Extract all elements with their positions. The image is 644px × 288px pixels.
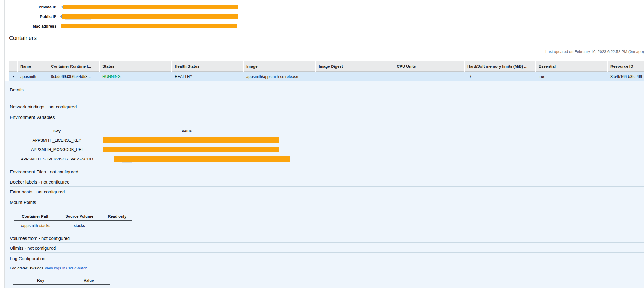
section-divider	[10, 95, 644, 95]
log-driver-line: Log driver: awslogs View logs in CloudWa…	[10, 266, 87, 270]
section-heading-ulimits: Ulimits - not configured	[10, 245, 56, 251]
chevron-down-icon: ▾	[13, 75, 14, 78]
env-var-value-redaction-bar	[114, 156, 290, 162]
log-options-key-header: Key	[13, 278, 68, 283]
ecs-task-details-page: Private IP 1 Public IP 4 Mac address Con…	[0, 0, 644, 288]
column-header-image: Image	[244, 61, 315, 72]
private-ip-redaction-bar	[63, 5, 238, 9]
expander-column-header	[9, 61, 17, 72]
containers-heading: Containers	[9, 35, 37, 41]
section-divider	[10, 207, 644, 207]
redaction-artifact	[122, 162, 132, 163]
section-divider	[10, 176, 644, 176]
clipped-row-artifact	[31, 287, 34, 287]
column-header-name: Name	[18, 61, 48, 72]
column-header-image-digest: Image Digest	[316, 61, 394, 72]
section-divider	[10, 112, 644, 112]
column-header-health-status: Health Status	[172, 61, 243, 72]
section-divider	[10, 252, 644, 253]
public-ip-label: Public IP	[0, 14, 56, 19]
section-divider	[10, 122, 644, 122]
cell-memory-limits: --/--	[465, 72, 536, 81]
mount-container-path-header: Container Path	[14, 214, 57, 219]
section-heading-environment-files: Environment Files - not configured	[10, 169, 78, 174]
column-header-cpu-units: CPU Units	[394, 61, 464, 72]
cell-image-digest	[316, 72, 394, 81]
section-heading-details: Details	[10, 87, 24, 92]
column-header-memory-limits: Hard/Soft memory limits (MiB) ...	[465, 61, 535, 72]
section-heading-docker-labels: Docker labels - not configured	[10, 179, 69, 184]
container-table-row[interactable]: ▾ appsmith 0cbdd69d3b6a44d58... RUNNING …	[9, 72, 644, 81]
env-vars-header-underline	[14, 135, 274, 135]
env-vars-key-header: Key	[14, 129, 100, 133]
mount-container-path-value: /appsmith-stacks	[14, 223, 57, 228]
section-divider	[10, 186, 644, 187]
mount-source-volume-value: stacks	[57, 223, 102, 228]
cell-runtime-id: 0cbdd69d3b6a44d58...	[48, 72, 100, 81]
clipped-row-artifact	[71, 287, 86, 287]
section-divider	[10, 196, 644, 196]
section-heading-volumes-from: Volumes from - not configured	[10, 236, 70, 241]
redaction-artifact	[65, 19, 91, 20]
mac-address-label: Mac address	[0, 24, 56, 28]
section-heading-extra-hosts: Extra hosts - not configured	[10, 189, 65, 194]
log-options-value-header: Value	[68, 278, 110, 283]
mac-address-redaction-bar	[61, 24, 237, 28]
section-heading-mount-points: Mount Points	[10, 200, 36, 205]
section-divider	[10, 242, 644, 243]
clipped-row-artifact	[95, 287, 97, 287]
column-header-essential: Essential	[536, 61, 607, 72]
containers-table-header: Name Container Runtime I... Status Healt…	[9, 61, 644, 72]
clipped-row-artifact	[89, 287, 93, 287]
section-heading-log-configuration: Log Configuration	[10, 256, 45, 261]
section-heading-network-bindings: Network bindings - not configured	[10, 104, 77, 109]
column-header-status: Status	[100, 61, 171, 72]
cell-essential: true	[536, 72, 608, 81]
collapse-row-button[interactable]: ▾	[9, 72, 18, 81]
section-divider	[10, 263, 644, 263]
cell-resource-id: 3fb4b166-b3fc-4f9	[608, 72, 644, 81]
mount-read-only-header: Read only	[102, 214, 132, 219]
env-var-key: APPSMITH_SUPERVISOR_PASSWORD	[14, 157, 100, 161]
public-ip-redaction-bar	[62, 14, 238, 19]
mount-source-volume-header: Source Volume	[57, 214, 102, 219]
env-var-value-redaction-bar	[103, 147, 279, 152]
cell-name: appsmith	[18, 72, 48, 81]
column-header-runtime-id: Container Runtime I...	[48, 61, 99, 72]
cell-cpu-units: --	[394, 72, 465, 81]
cell-image: appsmith/appsmith-ce:release	[244, 72, 316, 81]
env-var-value-redaction-bar	[103, 137, 279, 143]
cell-health-status: HEALTHY	[172, 72, 244, 81]
env-var-key: APPSMITH_LICENSE_KEY	[14, 138, 100, 143]
view-logs-in-cloudwatch-link[interactable]: View logs in CloudWatch	[45, 266, 87, 270]
env-var-key: APPSMITH_MONGODB_URI	[14, 147, 100, 152]
last-updated-text: Last updated on February 10, 2023 6:22:5…	[545, 49, 644, 54]
env-vars-value-header: Value	[100, 129, 274, 133]
cell-status: RUNNING	[100, 72, 172, 81]
section-heading-environment-variables: Environment Variables	[10, 115, 55, 120]
column-header-resource-id: Resource ID	[608, 61, 644, 72]
log-options-header-underline	[13, 284, 110, 285]
containers-heading-rule	[9, 44, 644, 44]
private-ip-label: Private IP	[0, 5, 56, 9]
mount-header-underline	[14, 220, 132, 221]
log-driver-text: Log driver: awslogs	[10, 266, 43, 270]
